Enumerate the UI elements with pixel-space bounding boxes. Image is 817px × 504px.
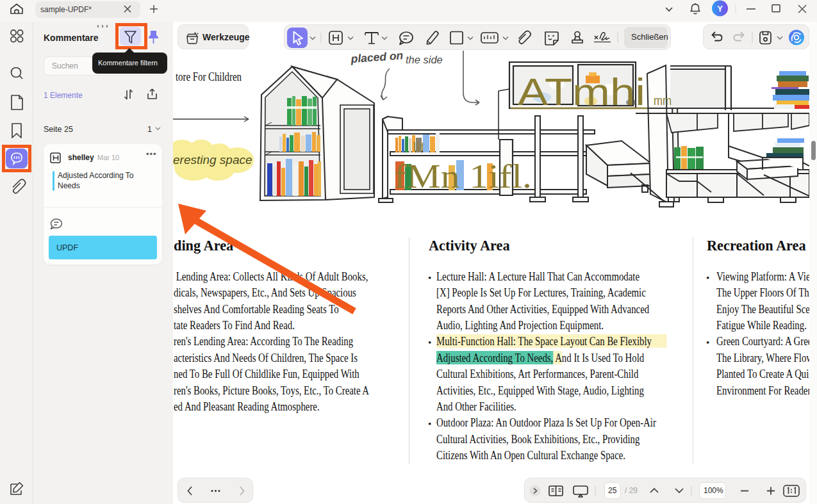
svg-text:the side: the side (406, 54, 443, 65)
svg-text:mm: mm (654, 93, 672, 108)
svg-text:ATmhi: ATmhi (518, 70, 645, 113)
svg-text:eresting space: eresting space (173, 153, 252, 167)
svg-text:fMn 1ifl.: fMn 1ifl. (394, 158, 532, 195)
svg-text:placed on: placed on (350, 49, 404, 65)
svg-text:Y: Y (717, 4, 723, 13)
